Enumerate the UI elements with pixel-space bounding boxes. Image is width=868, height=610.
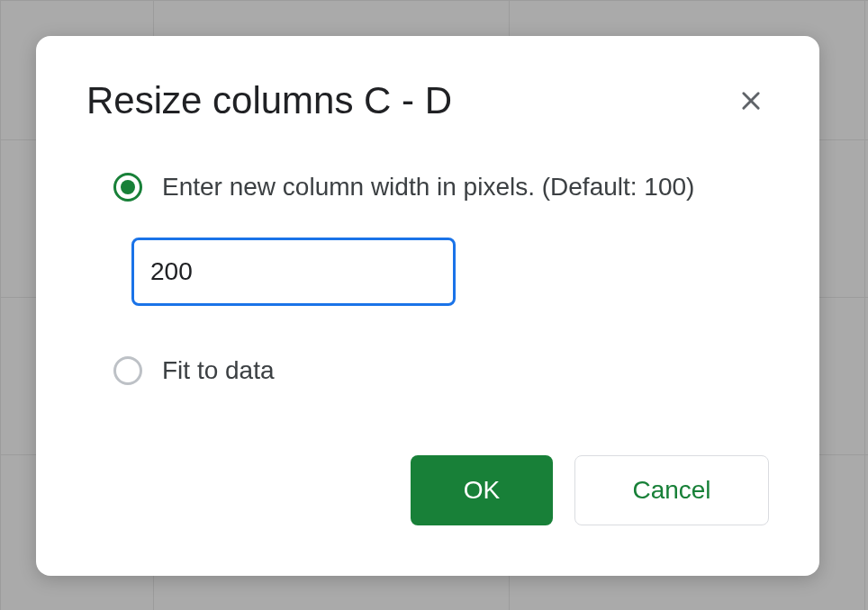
- radio-enter-width-label: Enter new column width in pixels. (Defau…: [162, 173, 694, 202]
- radio-selected-icon: [113, 173, 142, 202]
- radio-enter-width[interactable]: Enter new column width in pixels. (Defau…: [113, 173, 769, 202]
- radio-unselected-icon: [113, 356, 142, 385]
- radio-fit-to-data-label: Fit to data: [162, 356, 275, 385]
- radio-fit-to-data[interactable]: Fit to data: [113, 356, 769, 385]
- close-icon: [738, 88, 764, 113]
- column-width-input[interactable]: [131, 238, 456, 306]
- dialog-title: Resize columns C - D: [86, 79, 452, 122]
- ok-button[interactable]: OK: [411, 455, 553, 525]
- close-button[interactable]: [733, 83, 769, 119]
- resize-columns-dialog: Resize columns C - D Enter new column wi…: [36, 36, 819, 576]
- cancel-button[interactable]: Cancel: [574, 455, 769, 525]
